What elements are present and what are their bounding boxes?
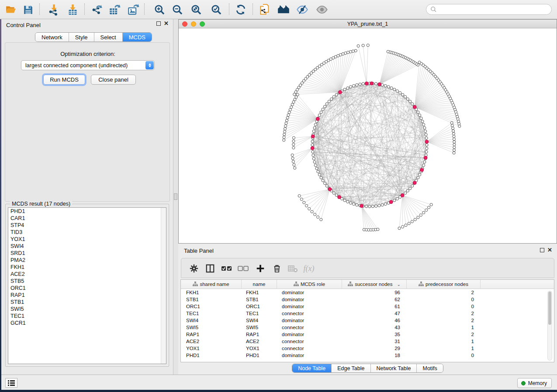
tab-mcds[interactable]: MCDS [123,33,152,41]
export-image-icon[interactable] [127,3,140,16]
column-header-filler [481,280,554,289]
table-scrollbar[interactable] [547,291,552,361]
export-table-icon[interactable] [108,3,121,16]
column-header-predecessor-nodes[interactable]: predecessor nodes [407,280,481,289]
network-window-title: YPA_prune.txt_1 [179,21,557,27]
zoom-in-icon[interactable] [153,3,166,16]
select-all-columns-icon[interactable] [220,262,233,275]
table-row[interactable]: RAP1RAP1dominator352 [181,331,554,338]
column-type-icon [294,282,299,287]
mcds-result-item[interactable]: STP4 [8,222,166,229]
tab-style[interactable]: Style [69,33,94,41]
import-network-icon[interactable] [47,3,60,16]
add-column-icon[interactable] [254,262,267,275]
table-cell: 47 [342,311,407,316]
mcds-result-item[interactable]: SWI4 [8,243,166,250]
table-panel: Table Panel ✕ f(x) shared namenameM [178,244,557,375]
table-cell: TEC1 [242,311,277,316]
column-header-shared-name[interactable]: shared name [181,280,242,289]
show-columns-icon[interactable] [204,262,217,275]
tab-node-table[interactable]: Node Table [292,364,332,372]
table-scrollbar-thumb[interactable] [548,292,551,325]
mcds-result-item[interactable]: PHD1 [8,208,166,215]
column-type-icon [193,282,198,287]
network-graph-canvas[interactable] [179,28,557,243]
criterion-dropdown[interactable]: largest connected component (undirected) [21,60,155,70]
mcds-result-list[interactable]: PHD1CAR1STP4TID3YOX1SWI4SRD1PMA2FKH1ACE2… [8,207,166,364]
mcds-list-scrollbar[interactable] [161,208,166,364]
unselect-all-columns-icon[interactable] [237,262,250,275]
show-all-icon[interactable] [315,3,329,16]
save-session-icon[interactable] [21,3,35,16]
mcds-result-item[interactable]: ORC1 [8,285,166,292]
tab-select[interactable]: Select [94,33,123,41]
close-panel-button[interactable]: Close panel [91,75,136,85]
table-row[interactable]: STB1STB1dominator620 [181,296,554,303]
search-input[interactable] [426,4,552,15]
clone-network-icon[interactable] [258,3,271,16]
task-history-button[interactable] [5,378,17,388]
column-header-name[interactable]: name [242,280,277,289]
mcds-result-item[interactable]: GCR1 [8,320,166,327]
delete-column-icon[interactable] [270,262,284,275]
mcds-result-item[interactable]: ACE2 [8,271,166,278]
tab-network[interactable]: Network [35,33,69,41]
zoom-out-icon[interactable] [171,3,184,16]
sort-indicator-icon[interactable]: ⌄ [397,282,400,287]
close-icon[interactable]: ✕ [547,248,552,252]
table-row[interactable]: SWI5SWI5connector431 [181,324,554,331]
tab-edge-table[interactable]: Edge Table [332,364,370,372]
mcds-result-item[interactable]: CAR1 [8,215,166,222]
divider-handle-icon[interactable] [174,193,177,200]
table-row[interactable]: ACE2ACE2connector311 [181,338,554,345]
table-cell: dominator [277,297,342,302]
refresh-layout-icon[interactable] [234,3,247,16]
mcds-result-item[interactable]: PMA2 [8,257,166,264]
panel-divider[interactable] [173,19,178,375]
mcds-result-item[interactable]: SRD1 [8,250,166,257]
float-window-icon[interactable] [156,21,161,26]
float-window-icon[interactable] [540,248,544,252]
close-icon[interactable]: ✕ [164,21,169,26]
toolbar-separator [144,3,145,15]
table-cell: connector [277,346,342,351]
export-network-icon[interactable] [90,3,104,16]
table-row[interactable]: PHD1PHD1dominator180 [181,352,554,359]
open-file-icon[interactable] [4,3,17,16]
hide-selection-icon[interactable] [296,3,309,16]
mcds-result-item[interactable]: SWI5 [8,306,166,313]
table-cell: 2 [407,290,481,295]
mcds-result-item[interactable]: STB1 [8,299,166,306]
new-network-from-selection-icon[interactable] [277,3,290,16]
tab-motifs[interactable]: Motifs [417,364,443,372]
table-cell: connector [277,325,342,330]
mcds-result-item[interactable]: STB5 [8,278,166,285]
control-panel-window-buttons: ✕ [156,21,169,26]
column-header-MCDS-role[interactable]: MCDS role [277,280,342,289]
column-header-successor-nodes[interactable]: successor nodes⌄ [342,280,407,289]
mcds-result-item[interactable]: RAP1 [8,292,166,299]
zoom-selected-icon[interactable] [210,3,223,16]
table-cell: YOX1 [242,346,277,351]
mcds-result-item[interactable]: TID3 [8,229,166,236]
table-cell: 2 [407,332,481,337]
mcds-result-item[interactable]: TEC1 [8,313,166,320]
mcds-result-item[interactable]: FKH1 [8,264,166,271]
node-table[interactable]: shared namenameMCDS rolesuccessor nodes⌄… [180,279,554,362]
table-cell: STB1 [181,297,242,302]
import-table-icon[interactable] [66,3,79,16]
column-settings-gear-icon[interactable] [187,262,201,275]
memory-button[interactable]: Memory [517,378,552,388]
table-cell: ORC1 [181,304,242,309]
toolbar-separator [253,3,253,15]
table-row[interactable]: FKH1FKH1dominator962 [181,289,554,296]
network-window-titlebar[interactable]: YPA_prune.txt_1 [179,20,557,28]
run-mcds-button[interactable]: Run MCDS [43,75,85,85]
table-row[interactable]: TEC1TEC1connector472 [181,310,554,317]
tab-network-table[interactable]: Network Table [371,364,417,372]
table-row[interactable]: YOX1YOX1connector291 [181,345,554,352]
mcds-result-item[interactable]: YOX1 [8,236,166,243]
table-row[interactable]: ORC1ORC1dominator610 [181,303,554,310]
table-row[interactable]: SWI4SWI4dominator462 [181,317,554,324]
zoom-fit-icon[interactable] [190,3,203,16]
